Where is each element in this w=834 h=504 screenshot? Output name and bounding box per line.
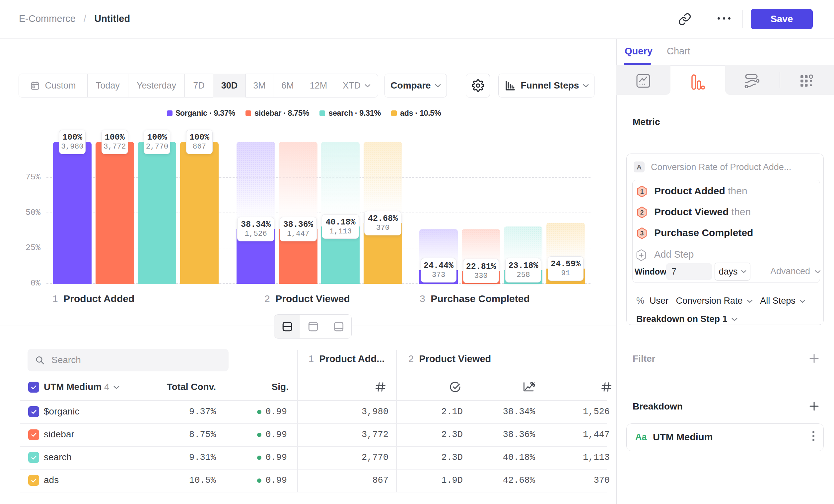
svg-text:3: 3 <box>640 230 644 237</box>
svg-text:1: 1 <box>640 188 644 195</box>
svg-text:2: 2 <box>640 209 644 216</box>
